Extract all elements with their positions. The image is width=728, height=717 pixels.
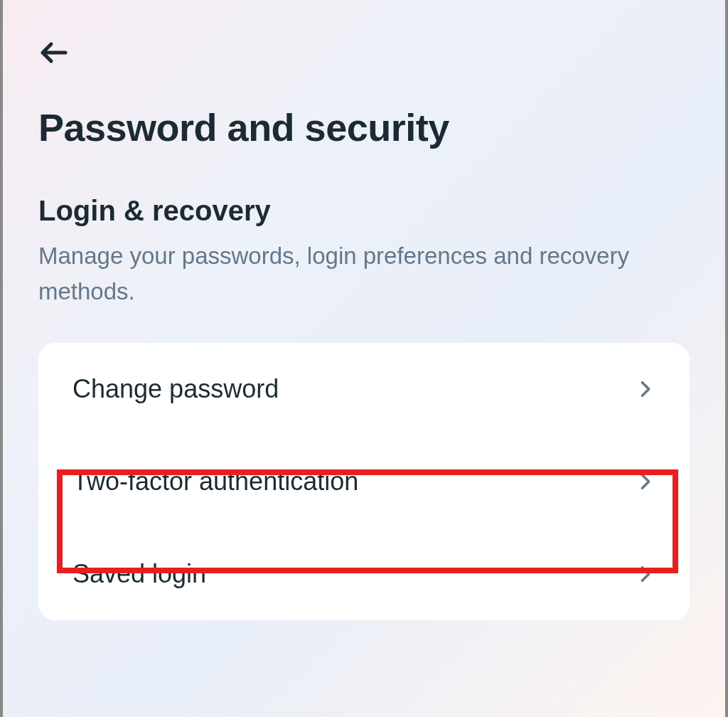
chevron-right-icon bbox=[636, 379, 655, 399]
settings-page: Password and security Login & recovery M… bbox=[3, 0, 725, 717]
menu-card: Change password Two-factor authenticatio… bbox=[38, 343, 690, 620]
chevron-right-icon bbox=[636, 472, 655, 492]
menu-item-change-password[interactable]: Change password bbox=[38, 343, 690, 435]
menu-item-label: Two-factor authentication bbox=[73, 467, 358, 496]
menu-item-label: Saved login bbox=[73, 559, 206, 589]
menu-item-two-factor[interactable]: Two-factor authentication bbox=[38, 435, 690, 528]
menu-item-saved-login[interactable]: Saved login bbox=[38, 528, 690, 620]
section-description: Manage your passwords, login preferences… bbox=[38, 238, 690, 309]
back-button[interactable] bbox=[37, 36, 71, 70]
page-title: Password and security bbox=[38, 105, 690, 149]
chevron-right-icon bbox=[636, 564, 655, 584]
arrow-left-icon bbox=[37, 36, 71, 70]
menu-item-label: Change password bbox=[73, 374, 279, 404]
section-title: Login & recovery bbox=[38, 195, 690, 227]
